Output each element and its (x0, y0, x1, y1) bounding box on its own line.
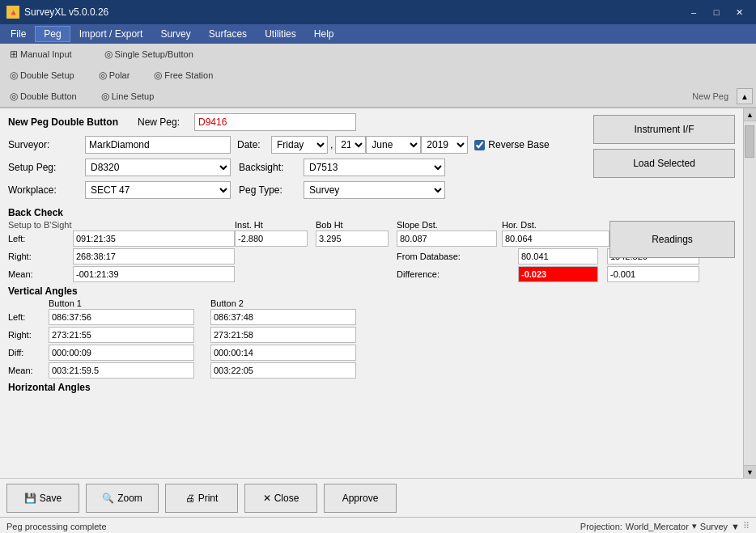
single-setup-button[interactable]: ◎ Single Setup/Button (98, 47, 200, 61)
toolbar-row-1: ⊞ Manual Input ◎ Single Setup/Button (0, 44, 756, 65)
menu-import-export[interactable]: Import / Export (70, 26, 152, 42)
double-button-icon: ◎ (10, 91, 18, 102)
print-button[interactable]: 🖨 Print (165, 484, 238, 513)
va-right-btn2[interactable] (210, 327, 356, 343)
title-bar: 🔺 SurveyXL v5.0.0.26 – □ ✕ (0, 0, 756, 24)
save-button[interactable]: 💾 Save (6, 484, 79, 513)
bc-header-hor: Hor. Dst. (502, 220, 615, 230)
close-form-button[interactable]: ✕ Close (244, 484, 317, 513)
save-icon: 💾 (24, 493, 36, 504)
bc-left-input[interactable] (73, 231, 235, 247)
va-mean-btn2[interactable] (210, 362, 356, 379)
reverse-base-checkbox[interactable] (474, 140, 485, 150)
scroll-thumb[interactable] (745, 125, 754, 158)
new-peg-input[interactable] (194, 113, 356, 131)
bc-slope-dst-input[interactable] (397, 231, 497, 247)
window-controls: – □ ✕ (683, 4, 750, 20)
single-setup-label: Single Setup/Button (115, 49, 193, 59)
polar-icon: ◎ (99, 70, 107, 81)
bc-right-label: Right: (8, 252, 73, 261)
status-right: Projection: World_Mercator ▾ Survey ▼ ⠿ (580, 521, 750, 531)
zoom-button[interactable]: 🔍 Zoom (86, 484, 159, 513)
bc-header-bob: Bob Ht (316, 220, 397, 230)
bc-from-db-hor[interactable] (518, 248, 598, 264)
menu-peg[interactable]: Peg (35, 26, 70, 42)
menu-help[interactable]: Help (305, 26, 343, 42)
projection-value: World_Mercator (626, 522, 689, 531)
date-weekday-select[interactable]: Friday (271, 136, 328, 154)
polar-button[interactable]: ◎ Polar (92, 68, 137, 82)
double-setup-button[interactable]: ◎ Double Setup (3, 68, 81, 82)
collapse-button[interactable]: ▲ (737, 88, 753, 104)
date-year-select[interactable]: 2019 (421, 136, 468, 154)
bc-diff-elev[interactable] (607, 266, 699, 282)
survey-label: Survey (700, 522, 728, 531)
bc-mean-input[interactable] (73, 266, 235, 282)
approve-label: Approve (342, 493, 379, 504)
instrument-if-button[interactable]: Instrument I/F (593, 115, 735, 144)
close-form-label: Close (274, 493, 299, 504)
approve-button[interactable]: Approve (324, 484, 397, 513)
new-peg-label: New Peg: (138, 116, 194, 128)
zoom-label: Zoom (117, 493, 142, 504)
free-station-button[interactable]: ◎ Free Station (147, 68, 219, 82)
bc-hor-dst-input[interactable] (502, 231, 609, 247)
peg-type-select[interactable]: Survey (304, 181, 445, 199)
status-separator: ▾ (692, 521, 697, 531)
va-mean-btn1[interactable] (49, 362, 194, 379)
minimize-button[interactable]: – (683, 4, 704, 20)
vertical-angles-title: Vertical Angles (8, 286, 735, 297)
vertical-scrollbar[interactable]: ▲ ▼ (743, 108, 756, 478)
free-station-label: Free Station (164, 70, 213, 80)
surveyor-input[interactable] (85, 136, 231, 154)
backsight-label: Backsight: (239, 162, 304, 173)
line-setup-button[interactable]: ◎ Line Setup (95, 89, 161, 104)
double-button-button[interactable]: ◎ Double Button (3, 89, 83, 104)
print-icon: 🖨 (185, 493, 195, 504)
double-setup-label: Double Setup (20, 70, 74, 80)
date-day-select[interactable]: 21 (335, 136, 366, 154)
scroll-down-button[interactable]: ▼ (744, 465, 756, 478)
bc-inst-ht-input[interactable] (235, 231, 308, 247)
setup-peg-select[interactable]: D8320 (85, 159, 231, 176)
readings-button[interactable]: Readings (609, 221, 735, 258)
va-right-btn1[interactable] (49, 327, 194, 343)
bc-bob-ht-input[interactable] (316, 231, 389, 247)
load-selected-button[interactable]: Load Selected (593, 149, 735, 178)
scroll-up-button[interactable]: ▲ (744, 108, 756, 121)
app-title: SurveyXL v5.0.0.26 (24, 6, 108, 18)
main-content: New Peg Double Button New Peg: Surveyor:… (0, 108, 743, 478)
va-btn2-header: Button 2 (210, 298, 372, 308)
status-dropdown-icon[interactable]: ▼ (731, 522, 740, 531)
close-button[interactable]: ✕ (728, 4, 750, 20)
zoom-icon: 🔍 (102, 493, 114, 504)
app-icon: 🔺 (6, 6, 19, 19)
va-left-btn1[interactable] (49, 309, 194, 325)
va-diff-btn1[interactable] (49, 345, 194, 361)
menu-file[interactable]: File (2, 26, 35, 42)
manual-input-button[interactable]: ⊞ Manual Input (3, 47, 79, 61)
menu-surfaces[interactable]: Surfaces (200, 26, 256, 42)
form-area: New Peg Double Button New Peg: Surveyor:… (0, 108, 743, 398)
bc-left-label: Left: (8, 234, 73, 243)
bc-diff-hor[interactable] (518, 266, 598, 282)
manual-input-icon: ⊞ (10, 49, 18, 60)
date-month-select[interactable]: June (366, 136, 421, 154)
va-left-btn2[interactable] (210, 309, 356, 325)
workplace-select[interactable]: SECT 47 (85, 181, 231, 199)
free-station-icon: ◎ (154, 70, 162, 81)
bc-header-blank (73, 220, 235, 230)
backsight-select[interactable]: D7513 (304, 159, 445, 176)
va-diff-btn2[interactable] (210, 345, 356, 361)
setup-peg-label: Setup Peg: (8, 162, 85, 173)
menu-utilities[interactable]: Utilities (256, 26, 305, 42)
bc-right-input[interactable] (73, 248, 235, 264)
maximize-button[interactable]: □ (706, 4, 727, 20)
reverse-base-container: Reverse Base (474, 139, 549, 150)
bc-mean-label: Mean: (8, 269, 73, 279)
menu-survey[interactable]: Survey (151, 26, 199, 42)
va-btn1-header: Button 1 (49, 298, 210, 308)
toolbar-row-2: ◎ Double Setup ◎ Polar ◎ Free Station (0, 65, 756, 86)
menu-bar: File Peg Import / Export Survey Surfaces… (0, 24, 756, 44)
va-mean-label: Mean: (8, 366, 49, 375)
